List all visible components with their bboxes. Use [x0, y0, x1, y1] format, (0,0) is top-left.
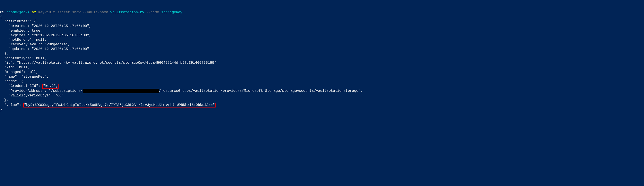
flag-name: --name [146, 11, 161, 14]
json-line: "recoveryLevel": "Purgeable", [0, 43, 70, 47]
json-line: "attributes": { [0, 20, 36, 24]
json-line: "updated": "2020-12-28T20:35:17+00:00" [0, 47, 89, 51]
json-provideraddress-b: /resourceGroups/vaultrotation/providers/… [159, 89, 363, 93]
json-line: "created": "2020-12-28T20:35:17+00:00", [0, 24, 91, 28]
val-vault-name: vaultrotation-kv [110, 11, 146, 14]
redacted-subscription-id: xxxxxxxxxxxxxxxxxxxxxxxxxxxxxxxxxxxx [82, 89, 159, 93]
json-line: "tags": { [0, 79, 24, 83]
command-args: keyvault secret show [38, 11, 83, 14]
json-line: } [0, 108, 2, 112]
json-line: "name": "storageKey", [0, 75, 49, 79]
json-credentialid-key: "CredentialId": [0, 84, 42, 88]
prompt-space [30, 11, 32, 14]
command-az: az [32, 11, 38, 14]
json-provideraddress-a: "ProviderAddress": "/subscriptions/ [0, 89, 82, 93]
highlight-credentialid: "key2", [42, 84, 58, 89]
json-line: }, [0, 98, 8, 102]
json-line: "kid": null, [0, 66, 30, 69]
json-line: "expires": "2021-02-26T20:35:16+00:00", [0, 33, 91, 37]
json-value-key: "value": [0, 103, 24, 107]
json-line: "enabled": true, [0, 29, 42, 33]
json-line: "managed": null, [0, 70, 38, 74]
json-line: "id": "https://vaultrotation-kv.vault.az… [0, 61, 218, 65]
json-line: "ValidityPeriodDays": "60" [0, 94, 64, 98]
val-name: storageKey [161, 11, 182, 14]
prompt-ps: PS [0, 11, 6, 14]
json-line: "contentType": null, [0, 56, 46, 60]
json-credentialid-value: "key2", [43, 84, 58, 88]
flag-vault-name: --vault-name [83, 11, 110, 14]
highlight-value: "byD+6D3GGdgayFfxJ/bGh1pIuItqKx5c6HVg47+… [24, 103, 216, 108]
json-line: "notBefore": null, [0, 38, 46, 42]
terminal-output[interactable]: PS /home/jack> az keyvault secret show -… [0, 10, 644, 112]
prompt-path: /home/jack> [6, 11, 30, 14]
json-value-value: "byD+6D3GGdgayFfxJ/bGh1pIuItqKx5c6HVg47+… [24, 103, 215, 107]
json-line: { [0, 15, 2, 19]
json-line: }, [0, 52, 8, 56]
